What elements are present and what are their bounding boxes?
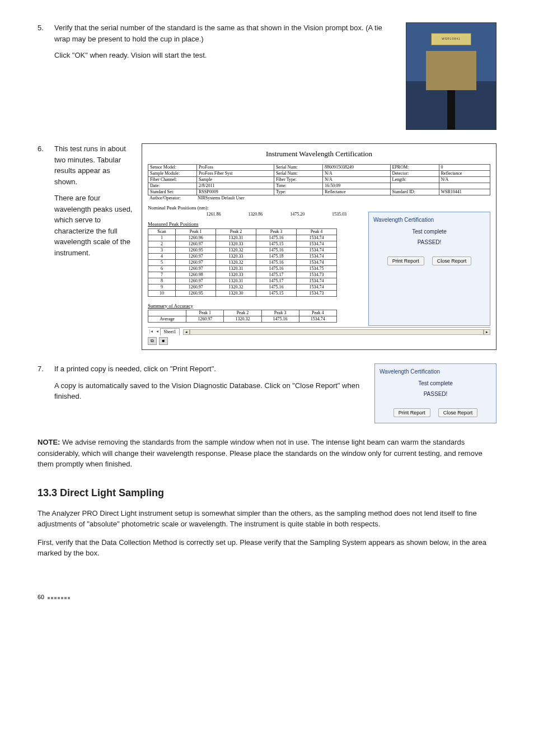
summary-cell: 1534.74 xyxy=(299,316,336,323)
info-cell: EPROM: xyxy=(390,164,439,170)
report-window: Instrument Wavelength Certification Sens… xyxy=(142,143,496,350)
measured-cell: 1320.33 xyxy=(216,241,256,247)
summary-cell: 1320.32 xyxy=(224,316,261,323)
statusbar-icon-1[interactable]: ⧉ xyxy=(148,337,157,345)
summary-header: Peak 1 xyxy=(186,310,224,316)
measured-cell: 1534.74 xyxy=(296,253,336,259)
measured-cell: 1534.74 xyxy=(296,284,336,290)
measured-cell: 1320.31 xyxy=(216,235,256,241)
measured-cell: 1475.17 xyxy=(256,278,297,284)
dialog-result-2: PASSED! xyxy=(380,390,491,398)
nominal-value: 1475.20 xyxy=(277,212,318,217)
nominal-value: 1535.03 xyxy=(318,212,360,217)
info-cell: Serial Num: xyxy=(274,164,322,170)
author-value: NIRSystems Default User xyxy=(196,195,490,201)
author-row: Author/Operator: NIRSystems Default User xyxy=(148,195,490,201)
measured-cell: 1260.97 xyxy=(176,265,216,272)
report-info-table: Sensor Model:ProFossSerial Num:886091503… xyxy=(148,164,490,195)
measured-cell: 1260.97 xyxy=(176,259,216,265)
measured-cell: 1260.97 xyxy=(176,241,216,247)
measured-cell: 5 xyxy=(148,259,176,265)
info-cell: Standard Set: xyxy=(148,189,197,195)
step-5-p1: Verify that the serial number of the sta… xyxy=(54,22,397,44)
measured-table: ScanPeak 1Peak 2Peak 3Peak 411260.961320… xyxy=(148,228,337,297)
measured-header: Peak 2 xyxy=(216,228,256,235)
nominal-table: 1261.861320.861475.201535.03 xyxy=(193,212,360,217)
measured-cell: 1475.16 xyxy=(256,265,297,272)
note-label: NOTE: xyxy=(38,438,60,446)
step-5: 5. Verify that the serial number of the … xyxy=(38,22,496,130)
note-paragraph: NOTE: We advise removing the standards f… xyxy=(38,437,496,470)
info-cell: Standard ID: xyxy=(390,189,439,195)
dialog-result: PASSED! xyxy=(373,238,485,246)
dialog-title: Wavelength Certification xyxy=(373,216,485,224)
measured-cell: 1534.74 xyxy=(296,247,336,253)
summary-header: Peak 3 xyxy=(261,310,299,316)
standard-serial-label: WSR10841 xyxy=(431,33,471,45)
measured-label: Measured Peak Positions xyxy=(148,221,363,228)
info-cell: Sample xyxy=(197,176,274,183)
tab-prev-icon[interactable]: ◂ xyxy=(154,328,160,335)
report-title: Instrument Wavelength Certification xyxy=(148,148,490,160)
print-report-button-2[interactable]: Print Report xyxy=(394,408,430,417)
step-6-number: 6. xyxy=(38,143,54,350)
step-7-p2: A copy is automatically saved to the Vis… xyxy=(54,380,366,402)
measured-header: Peak 3 xyxy=(256,228,297,235)
close-report-button-2[interactable]: Close Report xyxy=(438,408,478,417)
summary-cell: 1475.16 xyxy=(261,316,299,323)
photo-stem xyxy=(447,90,455,129)
step-6: 6. This test runs in about two minutes. … xyxy=(38,143,496,350)
info-cell: N/A xyxy=(322,170,390,176)
measured-cell: 1534.74 xyxy=(296,241,336,247)
info-cell: ProFoss xyxy=(197,164,274,170)
measured-cell: 1475.16 xyxy=(256,247,297,253)
measured-cell: 1260.97 xyxy=(176,284,216,290)
measured-cell: 1320.33 xyxy=(216,272,256,278)
info-cell: Fiber Channel: xyxy=(148,176,197,183)
measured-cell: 1534.74 xyxy=(296,278,336,284)
summary-label: Summary of Accuracy xyxy=(148,302,363,310)
section-heading: 13.3 Direct Light Sampling xyxy=(38,486,496,501)
nominal-value: 1261.86 xyxy=(193,212,235,217)
step-6-p1: This test runs in about two minutes. Tab… xyxy=(54,143,133,187)
print-report-button[interactable]: Print Report xyxy=(387,256,424,265)
info-cell: Type: xyxy=(274,189,322,195)
measured-cell: 1320.32 xyxy=(216,259,256,265)
measured-cell: 1320.31 xyxy=(216,278,256,284)
measured-cell: 1534.73 xyxy=(296,290,336,296)
measured-header: Peak 1 xyxy=(176,228,216,235)
info-cell: Detector: xyxy=(390,170,439,176)
measured-cell: 1475.16 xyxy=(256,259,297,265)
measured-cell: 1 xyxy=(148,235,176,241)
info-cell: Reflectance xyxy=(322,189,390,195)
measured-cell: 1475.15 xyxy=(256,241,297,247)
step-5-p2: Click "OK" when ready. Vision will start… xyxy=(54,50,397,61)
hscroll-left-icon[interactable]: ◂ xyxy=(183,329,190,335)
page-footer: 60 xyxy=(38,592,496,602)
tab-first-icon[interactable]: |◂ xyxy=(148,328,154,335)
close-report-button[interactable]: Close Report xyxy=(432,256,472,265)
section-p2: First, verify that the Data Collection M… xyxy=(38,537,496,559)
info-cell: Sensor Model: xyxy=(148,164,197,170)
sheet-tab[interactable]: Sheet1 xyxy=(160,328,180,335)
measured-cell: 1534.74 xyxy=(296,235,336,241)
info-cell: Sample Module: xyxy=(148,170,197,176)
info-cell: Fiber Type: xyxy=(274,176,322,183)
info-cell: 16:50:09 xyxy=(322,183,390,189)
info-cell: Reflectance xyxy=(439,170,490,176)
measured-cell: 1260.95 xyxy=(176,290,216,296)
measured-header: Scan xyxy=(148,228,176,235)
summary-table: Peak 1Peak 2Peak 3Peak 4Average1260.9713… xyxy=(148,310,337,323)
measured-header: Peak 4 xyxy=(296,228,336,235)
info-cell: 2/8/2011 xyxy=(197,183,274,189)
author-label: Author/Operator: xyxy=(148,195,196,201)
hscroll-track[interactable] xyxy=(190,329,484,335)
measured-cell: 1475.17 xyxy=(256,272,297,278)
measured-cell: 3 xyxy=(148,247,176,253)
measured-cell: 1260.98 xyxy=(176,272,216,278)
measured-cell: 1260.97 xyxy=(176,278,216,284)
hscroll-right-icon[interactable]: ▸ xyxy=(484,329,490,335)
statusbar-icon-2[interactable]: ■ xyxy=(159,337,168,345)
measured-cell: 1320.33 xyxy=(216,253,256,259)
summary-header: Peak 2 xyxy=(224,310,261,316)
